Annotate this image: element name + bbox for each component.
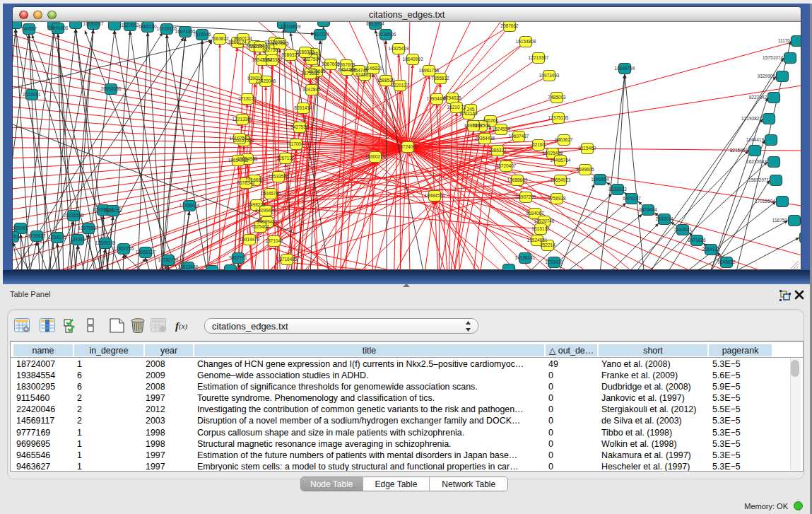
svg-text:10782759: 10782759 xyxy=(158,257,179,262)
svg-text:7515546: 7515546 xyxy=(193,32,211,37)
svg-text:1733426: 1733426 xyxy=(545,259,563,264)
svg-text:17359924: 17359924 xyxy=(180,203,200,208)
svg-text:16154808: 16154808 xyxy=(516,39,536,44)
svg-text:20691406: 20691406 xyxy=(48,25,69,30)
svg-text:12193822: 12193822 xyxy=(741,116,762,121)
svg-text:8660124: 8660124 xyxy=(234,36,252,41)
svg-text:117004: 117004 xyxy=(288,141,304,146)
svg-text:9184067: 9184067 xyxy=(526,211,544,216)
svg-text:1156827: 1156827 xyxy=(28,233,46,238)
svg-text:14099483: 14099483 xyxy=(256,208,276,213)
svg-text:17019504: 17019504 xyxy=(755,199,775,204)
svg-text:39151: 39151 xyxy=(13,234,19,239)
svg-text:12823446: 12823446 xyxy=(178,264,199,269)
svg-text:(x): (x) xyxy=(179,322,188,331)
svg-text:12213367: 12213367 xyxy=(529,55,549,60)
svg-text:3267130: 3267130 xyxy=(276,156,295,160)
svg-text:16210643: 16210643 xyxy=(746,159,767,164)
svg-text:15720407: 15720407 xyxy=(496,163,517,168)
svg-text:116753: 116753 xyxy=(772,218,788,223)
svg-text:20206555: 20206555 xyxy=(64,213,84,218)
svg-text:14136141: 14136141 xyxy=(515,255,536,260)
svg-text:2054112: 2054112 xyxy=(702,247,720,252)
svg-text:6497508: 6497508 xyxy=(464,123,483,128)
svg-text:12375135: 12375135 xyxy=(548,115,569,120)
svg-text:10653287: 10653287 xyxy=(83,22,104,26)
svg-text:9756928: 9756928 xyxy=(548,196,566,201)
svg-text:2616052: 2616052 xyxy=(104,208,122,213)
svg-text:16961758: 16961758 xyxy=(419,68,440,73)
svg-text:15300275: 15300275 xyxy=(365,154,386,159)
svg-text:13958117: 13958117 xyxy=(136,250,156,255)
svg-text:10025438: 10025438 xyxy=(543,151,563,156)
svg-text:7485003: 7485003 xyxy=(548,95,566,100)
svg-text:9463627: 9463627 xyxy=(555,137,573,142)
svg-text:10607487: 10607487 xyxy=(509,134,529,139)
svg-text:15692971: 15692971 xyxy=(748,177,769,182)
svg-text:19238506: 19238506 xyxy=(376,32,396,37)
svg-text:9329906: 9329906 xyxy=(758,74,776,78)
svg-text:19654985: 19654985 xyxy=(228,158,249,163)
svg-text:8186323: 8186323 xyxy=(296,49,314,54)
svg-text:939016: 939016 xyxy=(247,76,263,81)
svg-text:9245652: 9245652 xyxy=(717,259,736,264)
svg-text:746266: 746266 xyxy=(483,118,498,123)
svg-text:1234275: 1234275 xyxy=(48,235,66,240)
svg-text:9777169: 9777169 xyxy=(459,111,478,116)
svg-text:19654923: 19654923 xyxy=(551,177,571,182)
svg-text:9474444: 9474444 xyxy=(639,207,657,212)
svg-text:9146821: 9146821 xyxy=(355,72,374,77)
svg-text:17957255: 17957255 xyxy=(114,246,134,251)
svg-text:1615132: 1615132 xyxy=(531,226,550,231)
svg-text:13716485: 13716485 xyxy=(277,257,298,262)
svg-text:16914479: 16914479 xyxy=(240,237,260,242)
svg-text:16648784: 16648784 xyxy=(615,66,635,71)
svg-text:9699695: 9699695 xyxy=(576,167,594,172)
svg-text:18640910: 18640910 xyxy=(403,57,423,62)
svg-text:10973493: 10973493 xyxy=(539,73,560,78)
svg-text:10543382: 10543382 xyxy=(262,57,283,62)
svg-text:3875685: 3875685 xyxy=(301,71,319,76)
svg-text:8031414: 8031414 xyxy=(294,105,312,110)
svg-text:7857224: 7857224 xyxy=(311,32,329,37)
svg-text:9457791: 9457791 xyxy=(229,255,247,260)
svg-text:12505135: 12505135 xyxy=(95,240,116,245)
svg-text:8813054: 8813054 xyxy=(366,22,384,26)
svg-text:245: 245 xyxy=(467,107,475,112)
svg-text:6794028: 6794028 xyxy=(443,95,461,100)
svg-text:1588520: 1588520 xyxy=(377,78,395,83)
svg-text:20053396: 20053396 xyxy=(101,86,122,91)
svg-text:18907299: 18907299 xyxy=(516,194,536,199)
svg-text:9242845: 9242845 xyxy=(302,87,321,92)
svg-text:7663822: 7663822 xyxy=(211,36,229,41)
svg-text:16210 72: 16210 72 xyxy=(447,105,466,110)
svg-text:14520746: 14520746 xyxy=(534,218,555,223)
svg-text:8471626: 8471626 xyxy=(688,238,706,243)
svg-text:10033809: 10033809 xyxy=(281,24,301,29)
svg-text:13524851: 13524851 xyxy=(527,238,548,243)
svg-text:2935114: 2935114 xyxy=(656,216,673,221)
svg-text:7625402: 7625402 xyxy=(251,224,269,229)
svg-text:10688609: 10688609 xyxy=(507,177,528,182)
svg-text:10719155: 10719155 xyxy=(157,26,177,31)
svg-text:9115460: 9115460 xyxy=(579,146,596,151)
svg-text:2087662: 2087662 xyxy=(500,23,519,28)
svg-text:1624554: 1624554 xyxy=(492,127,510,132)
svg-text:8215953: 8215953 xyxy=(730,148,748,153)
svg-text:13533594: 13533594 xyxy=(269,174,289,179)
svg-text:2367608: 2367608 xyxy=(337,62,355,67)
svg-text:2616051: 2616051 xyxy=(23,92,41,97)
svg-text:134519: 134519 xyxy=(70,237,86,242)
svg-text:8938923: 8938923 xyxy=(608,187,627,192)
svg-text:6466160: 6466160 xyxy=(139,24,157,29)
svg-text:62160: 62160 xyxy=(532,142,545,147)
svg-text:7955812: 7955812 xyxy=(431,76,449,81)
svg-text:15226058: 15226058 xyxy=(250,44,271,49)
svg-text:54099483: 54099483 xyxy=(257,219,278,224)
svg-text:6479197: 6479197 xyxy=(623,196,641,201)
svg-text:9327504: 9327504 xyxy=(302,57,321,62)
svg-text:1244419: 1244419 xyxy=(746,137,765,142)
svg-text:15751074: 15751074 xyxy=(763,55,783,60)
svg-text:10107553: 10107553 xyxy=(230,136,250,141)
svg-text:19384554: 19384554 xyxy=(425,193,445,198)
